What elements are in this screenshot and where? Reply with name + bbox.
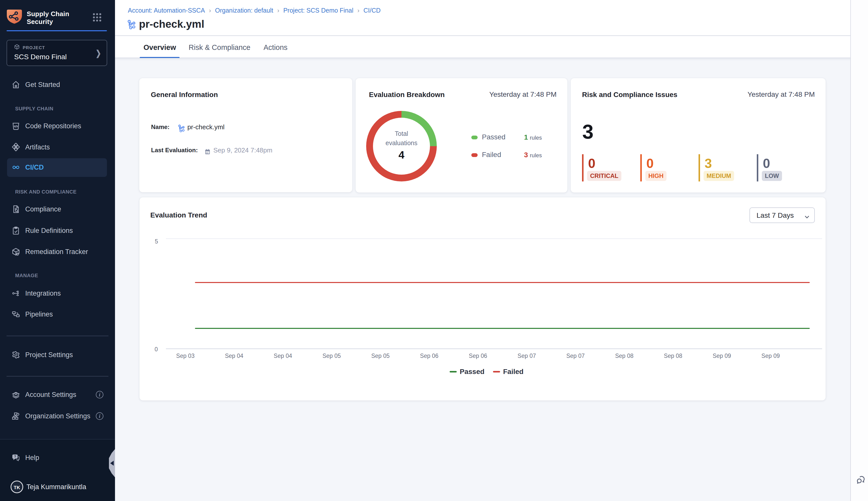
svg-text:?: ? <box>14 455 16 458</box>
